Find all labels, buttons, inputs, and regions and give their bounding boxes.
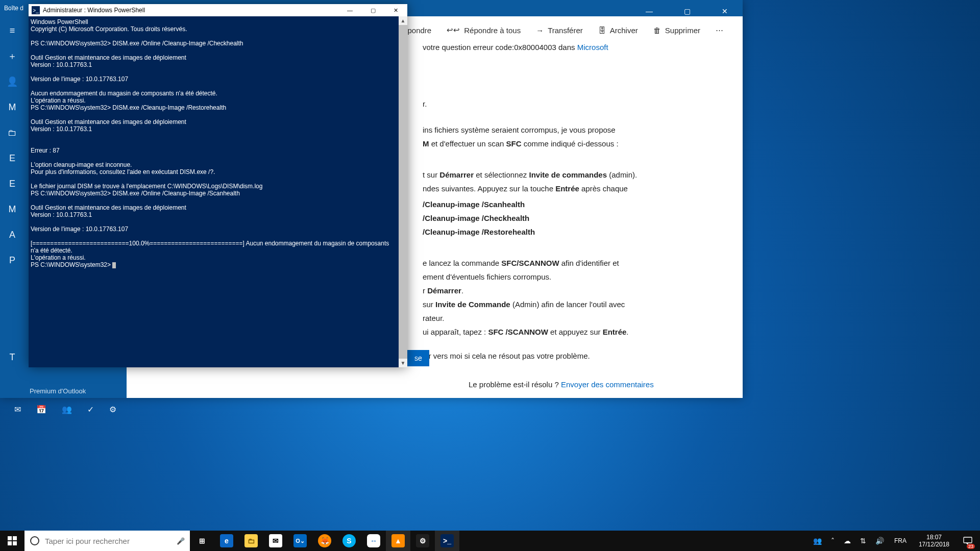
volume-icon[interactable]: 🔊 bbox=[873, 537, 886, 545]
text: Invite de commandes bbox=[529, 170, 607, 179]
mail-button[interactable]: ✉ bbox=[263, 531, 288, 551]
scroll-up-button[interactable]: ▲ bbox=[399, 16, 407, 25]
more-button[interactable]: ⋯ bbox=[716, 26, 723, 35]
response-button[interactable]: se bbox=[407, 350, 429, 366]
text: ins fichiers système seraient corrompus,… bbox=[423, 124, 727, 135]
text: ui apparaît, tapez : SFC /SCANNOW et app… bbox=[423, 327, 727, 337]
forward-icon: → bbox=[536, 26, 544, 35]
search-box[interactable]: 🎤 bbox=[24, 531, 190, 551]
start-button[interactable] bbox=[0, 531, 24, 551]
text: SFC/SCANNOW bbox=[501, 259, 559, 267]
rail-letter[interactable]: M bbox=[2, 100, 22, 114]
text: (Admin) afin de lancer l'outil avec bbox=[510, 300, 625, 309]
mic-icon[interactable]: 🎤 bbox=[172, 537, 190, 545]
task-view-button[interactable]: ⊞ bbox=[190, 531, 214, 551]
compose-button[interactable]: ＋ bbox=[2, 49, 22, 63]
reply-all-button[interactable]: ↩↩Répondre à tous bbox=[447, 26, 521, 35]
delete-label: Supprimer bbox=[665, 26, 700, 35]
text: SFC /SCANNOW bbox=[488, 328, 548, 336]
network-icon[interactable]: ⇅ bbox=[858, 537, 868, 545]
mail-rail: ≡ ＋ 👤 M 🗀 E E M A P T bbox=[0, 16, 24, 398]
scroll-down-button[interactable]: ▼ bbox=[399, 359, 407, 367]
cortana-icon[interactable] bbox=[24, 536, 45, 545]
tray-overflow-icon[interactable]: ˄ bbox=[829, 537, 837, 545]
search-input[interactable] bbox=[45, 531, 172, 551]
skype-button[interactable]: S bbox=[337, 531, 361, 551]
text: Invite de Commande bbox=[435, 300, 510, 309]
outlook-button[interactable]: O⌄ bbox=[288, 531, 312, 551]
text: /Cleanup-image /Restorehealth bbox=[423, 228, 535, 236]
terminal-text: Windows PowerShell Copyright (C) Microso… bbox=[31, 18, 391, 268]
edge-button[interactable]: e bbox=[214, 531, 239, 551]
text: . bbox=[626, 328, 628, 336]
scroll-thumb[interactable] bbox=[399, 25, 407, 359]
calendar-icon[interactable]: 📅 bbox=[36, 405, 46, 414]
microsoft-link[interactable]: Microsoft bbox=[577, 43, 608, 52]
clock[interactable]: 18:07 17/12/2018 bbox=[915, 534, 953, 548]
text: e lancez la commande SFC/SCANNOW afin d'… bbox=[423, 258, 727, 268]
delete-button[interactable]: 🗑Supprimer bbox=[653, 26, 700, 35]
rail-letter[interactable]: A bbox=[2, 228, 22, 242]
account-icon[interactable]: 👤 bbox=[2, 74, 22, 89]
rail-letter[interactable]: E bbox=[2, 177, 22, 191]
settings-button[interactable]: ⚙ bbox=[410, 531, 435, 551]
mail-icon[interactable]: ✉ bbox=[14, 405, 21, 414]
desktop: Boîte d — ▢ ✕ ≡ ＋ 👤 M 🗀 E E M A P T bbox=[0, 0, 980, 551]
powershell-titlebar[interactable]: >_ Administrateur : Windows PowerShell —… bbox=[29, 4, 407, 16]
text: se bbox=[414, 354, 422, 362]
onedrive-icon[interactable]: ☁ bbox=[842, 537, 853, 545]
rail-letter[interactable]: P bbox=[2, 253, 22, 267]
resolved-line: Le problème est-il résolu ? Envoyer des … bbox=[469, 380, 654, 389]
settings-icon[interactable]: ⚙ bbox=[109, 405, 116, 414]
ps-maximize-button[interactable]: ▢ bbox=[361, 4, 384, 16]
powershell-icon: >_ bbox=[440, 534, 454, 547]
windows-logo-icon bbox=[8, 536, 17, 545]
reply-all-icon: ↩↩ bbox=[447, 26, 460, 35]
premium-link[interactable]: Premium d'Outlook bbox=[30, 387, 86, 395]
ps-minimize-button[interactable]: — bbox=[338, 4, 361, 16]
text: ndes suivantes. Appuyez sur la touche En… bbox=[423, 183, 727, 194]
text: afin d'identifier et bbox=[559, 259, 619, 267]
ps-close-button[interactable]: ✕ bbox=[384, 4, 407, 16]
powershell-button[interactable]: >_ bbox=[435, 531, 459, 551]
text: Entrée bbox=[603, 328, 627, 336]
send-feedback-link[interactable]: Envoyer des commentaires bbox=[561, 380, 654, 389]
archive-button[interactable]: 🗄Archiver bbox=[598, 26, 638, 35]
terminal-output[interactable]: Windows PowerShell Copyright (C) Microso… bbox=[29, 16, 399, 367]
svg-rect-0 bbox=[8, 536, 12, 540]
edge-icon: e bbox=[220, 534, 233, 547]
forward-button[interactable]: →Transférer bbox=[536, 26, 583, 35]
explorer-button[interactable]: 🗀 bbox=[239, 531, 263, 551]
text: /Cleanup-image /Checkhealth bbox=[423, 213, 727, 223]
vlc-button[interactable]: ▲ bbox=[386, 531, 410, 551]
scroll-track[interactable] bbox=[399, 25, 407, 359]
todo-icon[interactable]: ✓ bbox=[87, 405, 94, 414]
language-indicator[interactable]: FRA bbox=[891, 537, 910, 544]
rail-letter[interactable]: M bbox=[2, 202, 22, 216]
rail-letter[interactable]: T bbox=[2, 350, 22, 364]
text: SFC bbox=[506, 139, 522, 148]
people-tray-icon[interactable]: 👥 bbox=[811, 537, 824, 545]
folder-icon[interactable]: 🗀 bbox=[2, 126, 22, 140]
text: /Cleanup-image /Restorehealth bbox=[423, 227, 727, 237]
teamviewer-button[interactable]: ↔ bbox=[361, 531, 386, 551]
outlook-icon: O⌄ bbox=[293, 534, 307, 547]
text: nir vers moi si cela ne résout pas votre… bbox=[423, 350, 727, 361]
text: Le problème est-il résolu ? bbox=[469, 380, 561, 389]
vertical-scrollbar[interactable]: ▲ ▼ bbox=[399, 16, 407, 367]
menu-icon[interactable]: ≡ bbox=[2, 23, 22, 38]
firefox-button[interactable]: 🦊 bbox=[312, 531, 337, 551]
text: t sur Démarrer et sélectionnez Invite de… bbox=[423, 169, 727, 180]
powershell-title: Administrateur : Windows PowerShell bbox=[43, 7, 145, 14]
text: r. bbox=[423, 98, 727, 109]
task-view-icon: ⊞ bbox=[195, 534, 209, 547]
text: /Cleanup-image /Scanhealth bbox=[423, 200, 525, 209]
text: r bbox=[423, 286, 427, 295]
people-icon[interactable]: 👥 bbox=[62, 405, 72, 414]
text: /Cleanup-image /Checkhealth bbox=[423, 214, 529, 222]
action-center-button[interactable]: 23 bbox=[959, 531, 977, 551]
gear-icon: ⚙ bbox=[416, 534, 429, 547]
clock-date: 17/12/2018 bbox=[919, 541, 949, 548]
text: /Cleanup-image /Scanhealth bbox=[423, 199, 727, 210]
rail-letter[interactable]: E bbox=[2, 151, 22, 165]
